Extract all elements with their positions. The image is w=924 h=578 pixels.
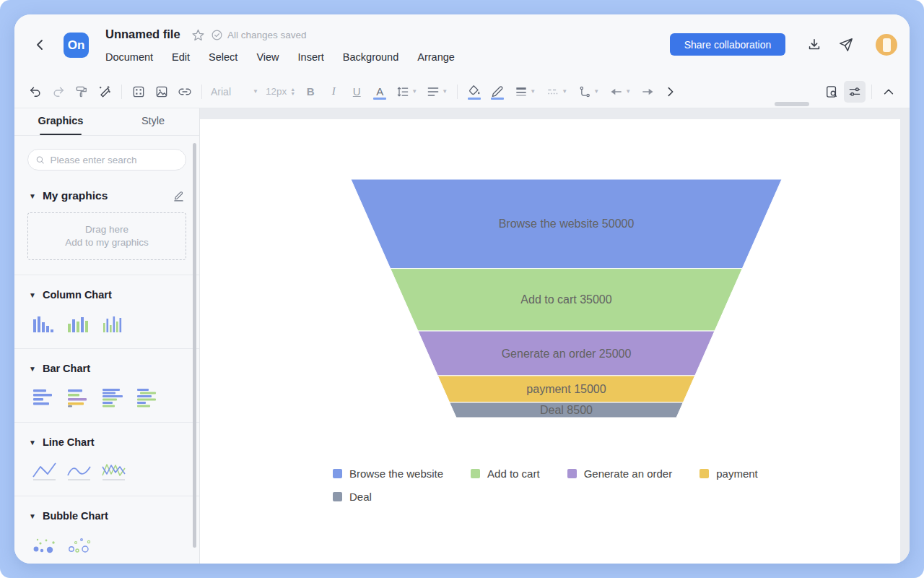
line-chart-style-2[interactable] <box>66 458 94 481</box>
bold-button[interactable]: B <box>300 81 321 103</box>
redo-button[interactable] <box>48 81 69 103</box>
bar-chart-header[interactable]: ▼ Bar Chart <box>14 363 199 374</box>
menu-edit[interactable]: Edit <box>172 51 190 63</box>
format-painter-button[interactable] <box>71 81 92 103</box>
chevron-down-icon: ▼ <box>442 88 448 95</box>
line-chart-style-3[interactable] <box>101 458 128 481</box>
column-chart-thumbnails <box>14 301 199 334</box>
align-button[interactable]: ▼ <box>422 81 451 103</box>
line-thickness-button[interactable]: ▼ <box>510 81 540 103</box>
line-chart-title: Line Chart <box>43 436 95 448</box>
my-graphics-header[interactable]: ▼ My graphics <box>14 189 199 202</box>
line-chart-style-1[interactable] <box>32 458 59 481</box>
legend-swatch <box>333 492 342 501</box>
bubble-chart-thumbnails <box>14 522 199 555</box>
stroke-color-swatch <box>491 98 504 100</box>
caret-down-icon: ▼ <box>29 439 36 447</box>
undo-button[interactable] <box>25 81 46 103</box>
bubble-chart-style-1[interactable] <box>32 532 59 555</box>
drag-drop-zone[interactable]: Drag here Add to my graphics <box>27 212 186 260</box>
search-box[interactable] <box>27 149 186 171</box>
font-size-stepper[interactable]: 12px ▲▼ <box>263 86 298 97</box>
font-color-button[interactable]: A <box>369 81 391 103</box>
line-spacing-button[interactable]: ▼ <box>392 81 421 103</box>
document-page[interactable]: Browse the website 50000Add to cart 3500… <box>200 119 900 564</box>
bubble-chart-style-2[interactable] <box>66 532 94 555</box>
line-spacing-icon <box>396 85 410 99</box>
menu-insert[interactable]: Insert <box>298 51 324 63</box>
pencil-edit-icon <box>173 190 185 202</box>
tab-graphics[interactable]: Graphics <box>14 108 107 135</box>
column-chart-style-2[interactable] <box>66 311 94 334</box>
chevron-left-icon <box>33 38 48 52</box>
share-collaboration-button[interactable]: Share collaboration <box>670 33 785 56</box>
chevron-down-icon: ▼ <box>530 88 536 95</box>
canvas-horizontal-scrollbar[interactable] <box>775 102 809 106</box>
arrow-end-button[interactable] <box>637 81 658 103</box>
settings-panel-button[interactable] <box>844 81 866 103</box>
legend-item: Add to cart <box>471 467 540 480</box>
menu-background[interactable]: Background <box>343 51 398 63</box>
connector-icon <box>578 85 592 99</box>
bar-chart-style-4[interactable] <box>136 384 163 407</box>
avatar-placeholder-icon <box>883 38 891 52</box>
sidebar-scrollbar[interactable] <box>193 143 196 548</box>
download-button[interactable] <box>806 37 822 53</box>
graphics-sidebar: Graphics Style ▼ My graphics <box>14 108 200 564</box>
funnel-chart-object[interactable]: Browse the website 50000Add to cart 3500… <box>351 179 782 418</box>
insert-link-button[interactable] <box>174 81 196 103</box>
font-family-select[interactable]: Arial ▼ <box>208 86 261 98</box>
column-chart-style-3[interactable] <box>101 311 128 334</box>
menu-view[interactable]: View <box>256 51 279 63</box>
edit-my-graphics-button[interactable] <box>173 190 185 202</box>
search-input[interactable] <box>50 155 178 165</box>
find-button[interactable] <box>821 81 842 103</box>
favorite-star-icon[interactable] <box>191 28 205 42</box>
bar-chart-style-3[interactable] <box>101 384 128 407</box>
fill-color-button[interactable] <box>463 81 485 103</box>
underline-button[interactable]: U <box>346 81 367 103</box>
bubble-chart-header[interactable]: ▼ Bubble Chart <box>14 510 199 522</box>
connector-button[interactable]: ▼ <box>573 81 603 103</box>
table-icon <box>131 85 146 99</box>
italic-button[interactable]: I <box>323 81 344 103</box>
line-chart-header[interactable]: ▼ Line Chart <box>14 436 199 448</box>
toolbar: Arial ▼ 12px ▲▼ B I U A ▼ ▼ <box>14 75 910 108</box>
paper-plane-icon <box>838 37 854 53</box>
app-logo[interactable]: On <box>64 33 89 58</box>
paint-roller-icon <box>74 85 89 99</box>
desktop-background: On Unnamed file All changes saved Docume… <box>0 0 924 578</box>
insert-image-button[interactable] <box>151 81 173 103</box>
back-button[interactable] <box>32 36 49 53</box>
magic-pen-button[interactable] <box>94 81 116 103</box>
arrow-start-button[interactable]: ▼ <box>605 81 635 103</box>
menu-document[interactable]: Document <box>105 51 153 63</box>
bar-chart-thumbnails <box>14 374 199 407</box>
legend-item: Deal <box>333 491 372 503</box>
chevron-down-icon: ▼ <box>562 88 567 95</box>
insert-table-button[interactable] <box>128 81 149 103</box>
toolbar-more-button[interactable] <box>660 81 681 103</box>
chevron-down-icon: ▼ <box>593 88 599 95</box>
stroke-color-button[interactable] <box>487 81 508 103</box>
send-button[interactable] <box>838 37 854 53</box>
column-chart-style-1[interactable] <box>32 311 59 334</box>
tab-style[interactable]: Style <box>107 108 199 135</box>
line-style-button[interactable]: ▼ <box>541 81 572 103</box>
menu-select[interactable]: Select <box>209 51 237 63</box>
collapse-toolbar-button[interactable] <box>878 81 899 103</box>
legend-swatch <box>699 469 709 478</box>
user-avatar[interactable] <box>876 34 897 56</box>
font-size-value: 12px <box>266 86 287 97</box>
legend-swatch <box>333 469 342 478</box>
bar-chart-style-1[interactable] <box>32 384 59 407</box>
document-title[interactable]: Unnamed file <box>105 27 180 41</box>
header: On Unnamed file All changes saved Docume… <box>14 14 910 75</box>
caret-down-icon: ▼ <box>29 192 36 200</box>
column-chart-header[interactable]: ▼ Column Chart <box>14 289 199 301</box>
menu-arrange[interactable]: Arrange <box>417 51 455 63</box>
section-column-chart: ▼ Column Chart <box>14 275 199 334</box>
bar-chart-style-2[interactable] <box>66 384 94 407</box>
font-family-value: Arial <box>211 86 231 98</box>
legend-label: Generate an order <box>584 467 673 480</box>
